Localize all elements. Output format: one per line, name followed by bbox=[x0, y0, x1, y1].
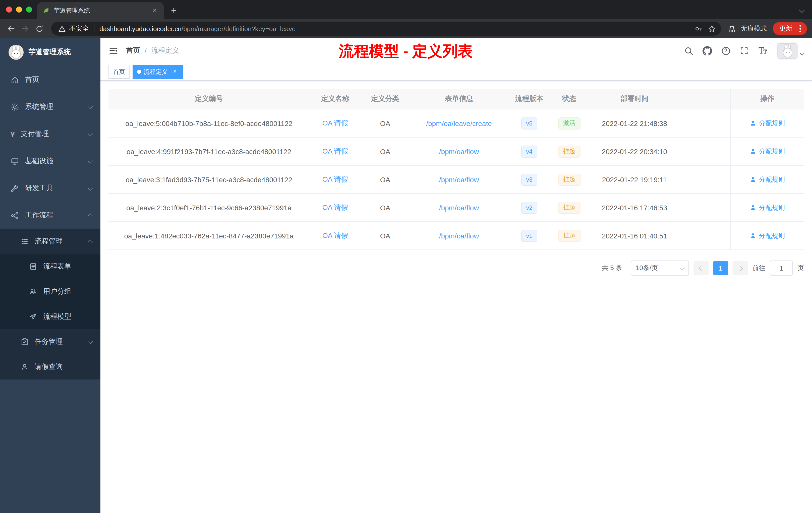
help-icon[interactable] bbox=[720, 45, 731, 56]
col-header: 表单信息 bbox=[409, 89, 509, 110]
goto-unit: 页 bbox=[798, 264, 804, 273]
sidebar-item-infra[interactable]: 基础设施 bbox=[0, 148, 100, 175]
update-button[interactable]: 更新 bbox=[773, 22, 807, 35]
definition-name-link[interactable]: OA 请假 bbox=[322, 119, 348, 128]
avatar-image bbox=[778, 43, 797, 58]
goto-page-input[interactable]: 1 bbox=[770, 261, 793, 276]
operation-cell: 分配规则 bbox=[730, 110, 804, 138]
password-key-icon[interactable] bbox=[692, 22, 705, 35]
sidebar-item-system[interactable]: 系统管理 bbox=[0, 93, 100, 120]
user-avatar[interactable] bbox=[778, 43, 804, 58]
fullscreen-icon[interactable] bbox=[739, 45, 750, 56]
sidebar-item-workflow[interactable]: 工作流程 bbox=[0, 202, 100, 229]
tag-home[interactable]: 首页 bbox=[109, 65, 129, 79]
sidebar-collapse-icon[interactable] bbox=[109, 46, 118, 56]
form-cell: /bpm/oa/flow bbox=[409, 138, 509, 165]
form-link[interactable]: /bpm/oa/leave/create bbox=[426, 119, 492, 127]
reload-button[interactable] bbox=[32, 22, 46, 36]
breadcrumb-current: 流程定义 bbox=[151, 46, 179, 55]
status-tag: 挂起 bbox=[558, 145, 580, 157]
assign-rule-link[interactable]: 分配规则 bbox=[750, 231, 785, 240]
window-close-button[interactable] bbox=[6, 6, 12, 12]
status-cell: 挂起 bbox=[550, 165, 588, 194]
active-dot bbox=[137, 70, 141, 74]
sidebar-item-process-model[interactable]: 流程模型 bbox=[0, 304, 100, 329]
pagination: 共 5 条 10条/页 1 前往 1 页 bbox=[109, 261, 804, 276]
new-tab-button[interactable]: + bbox=[167, 3, 181, 18]
search-icon[interactable] bbox=[683, 45, 694, 56]
deploy-time-cell: 2022-01-16 01:40:51 bbox=[588, 222, 680, 250]
paper-plane-icon bbox=[29, 313, 37, 321]
chevron-down-icon bbox=[88, 131, 93, 137]
version-cell: v5 bbox=[509, 110, 550, 138]
assign-rule-link[interactable]: 分配规则 bbox=[750, 203, 785, 212]
breadcrumb-home[interactable]: 首页 bbox=[126, 46, 140, 55]
sidebar-item-payment[interactable]: ¥ 支付管理 bbox=[0, 120, 100, 148]
address-bar[interactable]: 不安全 dashboard.yudao.iocoder.cn/bpm/manag… bbox=[51, 22, 721, 36]
window-controls bbox=[6, 6, 32, 12]
font-size-icon[interactable] bbox=[757, 45, 768, 56]
assign-rule-link[interactable]: 分配规则 bbox=[750, 119, 785, 128]
sidebar: 芋道管理系统 首页 系统管理 ¥ 支付管理 基础设施 bbox=[0, 38, 100, 513]
col-header-filler bbox=[680, 89, 730, 110]
clipboard-icon bbox=[21, 338, 29, 346]
users-icon bbox=[29, 288, 37, 296]
sidebar-item-user-group[interactable]: 用户分组 bbox=[0, 279, 100, 304]
tag-close-icon[interactable]: × bbox=[171, 68, 178, 75]
version-tag: v3 bbox=[521, 174, 537, 185]
window-minimize-button[interactable] bbox=[16, 6, 22, 12]
definition-name-link[interactable]: OA 请假 bbox=[322, 203, 348, 212]
version-tag: v1 bbox=[521, 230, 537, 242]
prev-page-button[interactable] bbox=[694, 261, 708, 275]
incognito-badge: 无痕模式 bbox=[727, 24, 767, 33]
page-number-button[interactable]: 1 bbox=[713, 261, 728, 275]
sidebar-logo[interactable]: 芋道管理系统 bbox=[0, 38, 100, 66]
form-link[interactable]: /bpm/oa/flow bbox=[439, 175, 479, 183]
sidebar-item-home[interactable]: 首页 bbox=[0, 66, 100, 93]
chevron-down-icon bbox=[88, 104, 93, 110]
tab-close-icon[interactable]: × bbox=[151, 6, 159, 14]
status-cell: 挂起 bbox=[550, 194, 588, 222]
tag-process-definition[interactable]: 流程定义 × bbox=[133, 65, 183, 79]
deploy-time-cell: 2022-01-22 19:19:11 bbox=[588, 165, 680, 194]
gear-icon bbox=[10, 103, 19, 111]
page-size-select[interactable]: 10条/页 bbox=[631, 261, 689, 276]
form-link[interactable]: /bpm/oa/flow bbox=[439, 204, 479, 212]
update-label: 更新 bbox=[779, 24, 792, 33]
avatar-caret-icon bbox=[800, 50, 805, 55]
forward-button[interactable] bbox=[18, 22, 32, 36]
incognito-label: 无痕模式 bbox=[741, 24, 767, 33]
next-page-button[interactable] bbox=[733, 261, 748, 275]
version-cell: v2 bbox=[509, 194, 550, 222]
back-button[interactable] bbox=[4, 22, 18, 36]
sidebar-item-process-form[interactable]: 流程表单 bbox=[0, 254, 100, 279]
browser-tab-strip: 芋道管理系统 × + bbox=[0, 0, 812, 19]
github-icon[interactable] bbox=[701, 45, 713, 56]
browser-menu-kebab-icon[interactable] bbox=[797, 25, 804, 32]
definition-name-link[interactable]: OA 请假 bbox=[322, 175, 348, 184]
assign-rule-link[interactable]: 分配规则 bbox=[750, 147, 785, 156]
tab-search-chevron-icon[interactable] bbox=[799, 7, 805, 13]
col-header: 操作 bbox=[730, 89, 804, 110]
sidebar-item-process-management[interactable]: 流程管理 bbox=[0, 229, 100, 254]
definition-name-link[interactable]: OA 请假 bbox=[322, 231, 348, 240]
sidebar-item-devtools[interactable]: 研发工具 bbox=[0, 175, 100, 202]
version-cell: v3 bbox=[509, 165, 550, 194]
chevron-up-icon bbox=[88, 239, 93, 245]
definition-table: 定义编号 定义名称 定义分类 表单信息 流程版本 状态 部署时间 操作 oa_l… bbox=[109, 89, 804, 250]
window-zoom-button[interactable] bbox=[26, 6, 32, 12]
form-link[interactable]: /bpm/oa/flow bbox=[439, 232, 479, 240]
definition-name-cell: OA 请假 bbox=[309, 194, 361, 222]
sidebar-item-task-management[interactable]: 任务管理 bbox=[0, 329, 100, 354]
form-cell: /bpm/oa/flow bbox=[409, 194, 509, 222]
home-icon bbox=[10, 76, 19, 84]
form-link[interactable]: /bpm/oa/flow bbox=[439, 147, 479, 155]
definition-name-cell: OA 请假 bbox=[309, 138, 361, 165]
bookmark-star-icon[interactable] bbox=[705, 22, 718, 35]
assign-rule-link[interactable]: 分配规则 bbox=[750, 175, 785, 184]
browser-tab[interactable]: 芋道管理系统 × bbox=[37, 2, 164, 19]
page-content: 定义编号 定义名称 定义分类 表单信息 流程版本 状态 部署时间 操作 oa_l… bbox=[100, 81, 812, 276]
sidebar-item-leave-query[interactable]: 请假查询 bbox=[0, 354, 100, 380]
definition-name-link[interactable]: OA 请假 bbox=[322, 147, 348, 156]
annotation-title: 流程模型 - 定义列表 bbox=[339, 41, 472, 62]
